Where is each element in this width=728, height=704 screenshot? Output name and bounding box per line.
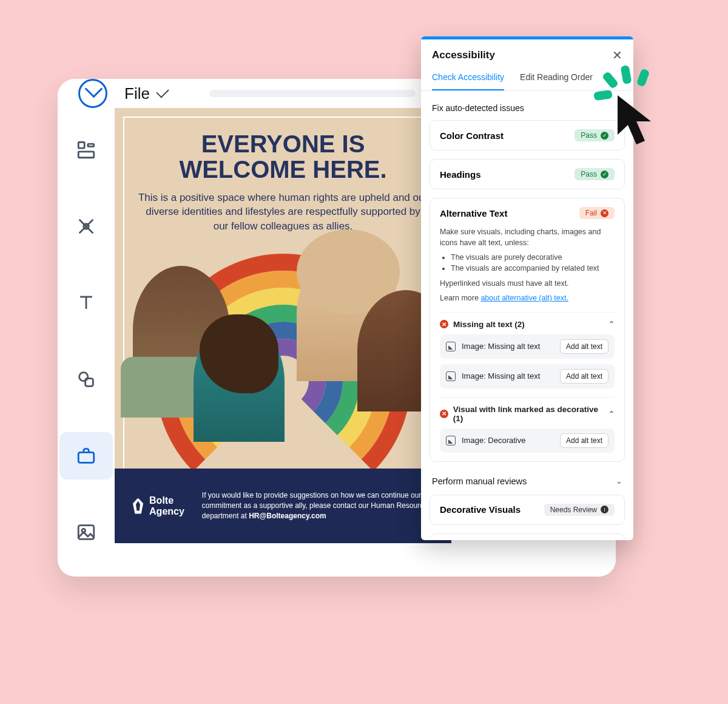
check-logical-reading-order[interactable]: Logical Reading Order Needs Review ! [430,533,625,540]
image-icon [76,522,96,543]
auto-issues-heading: Fix auto-detected issues [432,103,622,113]
svg-rect-1 [88,144,94,146]
person-graphic [194,320,285,442]
sidebar-item-design[interactable] [59,203,113,250]
issue-row[interactable]: Image: Missing alt text Add alt text [440,364,615,388]
status-badge: Needs Review ! [544,504,615,516]
chevron-up-icon: ⌃ [608,320,615,328]
panel-header: Accessibility ✕ [421,39,633,67]
issue-label: Image: Decorative [462,436,526,445]
check-color-contrast[interactable]: Color Contrast Pass ✓ [430,120,625,151]
check-icon: ✓ [601,132,608,140]
tab-edit-reading-order[interactable]: Edit Reading Order [520,67,593,90]
image-icon [446,342,456,351]
side-rail [58,108,115,577]
design-tools-icon [76,216,96,237]
issue-group-visual-link-decorative: ✕ Visual with link marked as decorative … [440,397,615,453]
poster-document[interactable]: EVERYONE IS WELCOME HERE. This is a posi… [115,108,451,543]
app-logo-icon [78,79,107,108]
briefcase-icon [76,445,96,466]
manual-reviews-heading: Perform manual reviews [432,476,527,486]
check-name: Headings [440,169,481,180]
panel-title: Accessibility [432,49,495,61]
status-text: Needs Review [550,506,597,514]
accessibility-panel: Accessibility ✕ Check Accessibility Edit… [421,36,633,540]
sidebar-item-images[interactable] [59,509,113,556]
panel-scroll-area[interactable]: Fix auto-detected issues Color Contrast … [421,91,633,540]
sidebar-item-text[interactable] [59,279,113,327]
chevron-down-icon: ⌄ [616,476,622,486]
alt-desc-note: Hyperlinked visuals must have alt text. [440,278,615,289]
alt-text-description: Make sure visuals, including charts, ima… [440,226,615,303]
poster-footer-text: If you would like to provide suggestions… [202,490,433,521]
status-badge: Fail ✕ [579,207,615,219]
poster-title-line1: EVERYONE IS [133,131,433,157]
issue-group-missing-alt: ✕ Missing alt text (2) ⌃ Image: Missing … [440,312,615,388]
status-text: Pass [581,131,597,140]
sidebar-item-shapes[interactable] [59,356,113,403]
manual-reviews-toggle[interactable]: Perform manual reviews ⌄ [430,470,625,495]
file-menu[interactable]: File [124,84,168,103]
company-name: Bolte Agency [149,495,190,517]
alt-desc-bullet: The visuals are purely decorative [451,252,615,263]
check-icon: ✓ [601,171,608,178]
issue-group-toggle[interactable]: ✕ Missing alt text (2) ⌃ [440,320,615,329]
check-name: Alternative Text [440,208,507,218]
learn-more-link[interactable]: about alternative (alt) text. [480,294,568,302]
issue-group-label: Visual with link marked as decorative (1… [453,405,608,423]
check-name: Decorative Visuals [440,504,521,515]
svg-rect-0 [78,142,84,148]
check-decorative-visuals[interactable]: Decorative Visuals Needs Review ! [430,495,625,525]
poster-footer: Bolte Agency If you would like to provid… [115,469,451,543]
add-alt-text-button[interactable]: Add alt text [560,369,608,384]
spark-icon [636,68,650,87]
panel-tabs: Check Accessibility Edit Reading Order [421,67,633,91]
file-menu-label: File [124,84,150,103]
alt-desc-intro: Make sure visuals, including charts, ima… [440,228,601,247]
text-icon [76,293,96,313]
company-logo-icon [133,498,143,514]
svg-rect-7 [78,526,94,540]
issue-group-toggle[interactable]: ✕ Visual with link marked as decorative … [440,405,615,423]
alt-desc-bullet: The visuals are accompanied by related t… [451,263,615,274]
footer-email: HR@Bolteagency.com [249,512,326,520]
image-icon [446,436,456,445]
status-badge: Pass ✓ [575,168,615,180]
image-icon [446,371,456,381]
add-alt-text-button[interactable]: Add alt text [560,339,608,354]
poster-title: EVERYONE IS WELCOME HERE. [115,108,451,191]
svg-rect-6 [78,452,94,462]
status-text: Fail [585,209,597,217]
check-alternative-text: Alternative Text Fail ✕ Make sure visual… [430,198,625,462]
chevron-up-icon: ⌃ [608,410,615,418]
issue-group-label: Missing alt text (2) [453,320,525,329]
issue-row[interactable]: Image: Decorative Add alt text [440,428,615,453]
status-badge: Pass ✓ [575,129,615,141]
issue-label: Image: Missing alt text [462,371,540,381]
sidebar-item-brand[interactable] [59,432,113,479]
header-placeholder-bar [209,90,416,97]
error-icon: ✕ [440,410,448,418]
layout-icon [76,140,96,160]
add-alt-text-button[interactable]: Add alt text [560,433,608,448]
check-headings[interactable]: Headings Pass ✓ [430,159,625,189]
check-name: Color Contrast [440,130,504,141]
issue-row[interactable]: Image: Missing alt text Add alt text [440,334,615,359]
chevron-down-icon [156,85,169,98]
learn-more-prefix: Learn more [440,294,480,302]
info-icon: ! [601,506,608,513]
svg-point-4 [79,373,88,381]
poster-illustration [115,248,451,472]
sidebar-item-templates[interactable] [59,126,113,174]
tab-check-accessibility[interactable]: Check Accessibility [432,67,504,90]
fail-icon: ✕ [601,209,608,217]
issue-label: Image: Missing alt text [462,342,540,351]
company-logo: Bolte Agency [133,495,190,517]
shapes-icon [76,369,96,390]
poster-title-line2: WELCOME HERE. [133,157,433,182]
error-icon: ✕ [440,320,448,328]
close-button[interactable]: ✕ [612,48,622,63]
poster-subtitle: This is a positive space where human rig… [115,191,451,233]
svg-rect-2 [78,152,94,158]
status-text: Pass [581,170,597,178]
